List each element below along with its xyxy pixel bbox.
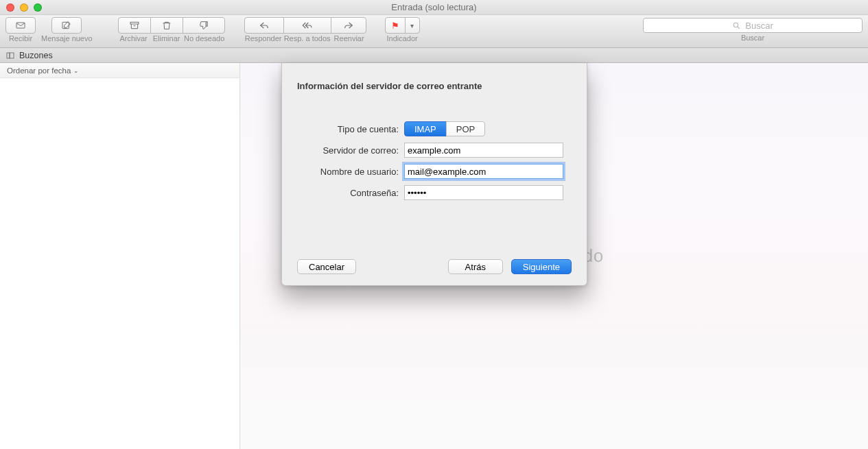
mail-server-label: Servidor de correo: bbox=[297, 145, 399, 156]
archive-icon bbox=[129, 20, 140, 31]
search-icon bbox=[732, 21, 741, 30]
sheet-title: Información del servidor de correo entra… bbox=[297, 81, 572, 91]
search-label: Buscar bbox=[741, 34, 764, 42]
toolbar: Recibir Mensaje nuevo Archivar Eliminar … bbox=[0, 15, 868, 48]
mailboxes-button[interactable]: Buzones bbox=[19, 51, 53, 60]
svg-point-3 bbox=[734, 23, 738, 27]
next-button[interactable]: Siguiente bbox=[511, 259, 572, 274]
svg-rect-4 bbox=[7, 53, 10, 58]
search-input[interactable]: Buscar bbox=[643, 18, 863, 33]
window-titlebar: Entrada (solo lectura) bbox=[0, 0, 868, 15]
junk-button[interactable] bbox=[183, 17, 225, 34]
flag-button[interactable]: ⚑ bbox=[385, 17, 406, 34]
trash-icon bbox=[161, 20, 172, 31]
envelope-icon bbox=[15, 20, 26, 31]
message-list-pane: Ordenar por fecha ⌄ bbox=[0, 63, 240, 449]
forward-button[interactable] bbox=[331, 17, 366, 34]
mail-server-field[interactable] bbox=[404, 143, 563, 158]
reply-all-label: Resp. a todos bbox=[283, 35, 331, 43]
compose-icon bbox=[61, 20, 72, 31]
junk-label: No deseado bbox=[183, 35, 226, 43]
svg-rect-5 bbox=[10, 53, 14, 58]
receive-button[interactable] bbox=[5, 17, 36, 34]
reply-button[interactable] bbox=[244, 17, 284, 34]
chevron-down-icon: ⌄ bbox=[73, 67, 79, 74]
zoom-window-button[interactable] bbox=[34, 3, 42, 12]
compose-button[interactable] bbox=[51, 17, 82, 34]
svg-rect-1 bbox=[62, 22, 69, 28]
window-controls bbox=[6, 3, 42, 12]
account-type-label: Tipo de cuenta: bbox=[297, 124, 399, 134]
flag-icon: ⚑ bbox=[391, 21, 399, 30]
archive-label: Archivar bbox=[117, 35, 150, 43]
username-field[interactable] bbox=[404, 164, 563, 179]
favorites-bar: Buzones bbox=[0, 48, 868, 63]
minimize-window-button[interactable] bbox=[20, 3, 28, 12]
username-label: Nombre de usuario: bbox=[297, 167, 399, 177]
reply-all-button[interactable] bbox=[283, 17, 331, 34]
reply-icon bbox=[259, 20, 270, 31]
cancel-button[interactable]: Cancelar bbox=[297, 259, 356, 274]
sort-by-button[interactable]: Ordenar por fecha ⌄ bbox=[0, 63, 239, 78]
password-label: Contraseña: bbox=[297, 188, 399, 198]
sort-label: Ordenar por fecha bbox=[7, 66, 71, 75]
forward-icon bbox=[343, 20, 354, 31]
search-placeholder: Buscar bbox=[745, 21, 773, 31]
delete-label: Eliminar bbox=[150, 35, 183, 43]
mailboxes-icon bbox=[5, 51, 15, 60]
receive-label: Recibir bbox=[9, 35, 32, 43]
reply-all-icon bbox=[302, 20, 313, 31]
thumbs-down-icon bbox=[198, 20, 209, 31]
flag-menu-button[interactable]: ▾ bbox=[405, 17, 420, 34]
reply-label: Responder bbox=[244, 35, 283, 43]
account-setup-sheet: Información del servidor de correo entra… bbox=[281, 63, 587, 286]
back-button[interactable]: Atrás bbox=[448, 259, 503, 274]
archive-button[interactable] bbox=[118, 17, 151, 34]
account-type-imap[interactable]: IMAP bbox=[404, 121, 447, 136]
compose-label: Mensaje nuevo bbox=[41, 35, 93, 43]
chevron-down-icon: ▾ bbox=[410, 22, 414, 29]
forward-label: Reenviar bbox=[331, 35, 367, 43]
password-field[interactable] bbox=[404, 185, 563, 200]
svg-rect-2 bbox=[130, 22, 139, 24]
account-type-segmented: IMAP POP bbox=[404, 121, 485, 136]
flag-label: Indicador bbox=[386, 35, 417, 43]
svg-rect-0 bbox=[16, 23, 25, 28]
window-title: Entrada (solo lectura) bbox=[391, 2, 476, 12]
delete-button[interactable] bbox=[150, 17, 183, 34]
account-type-pop[interactable]: POP bbox=[446, 121, 485, 136]
close-window-button[interactable] bbox=[6, 3, 14, 12]
